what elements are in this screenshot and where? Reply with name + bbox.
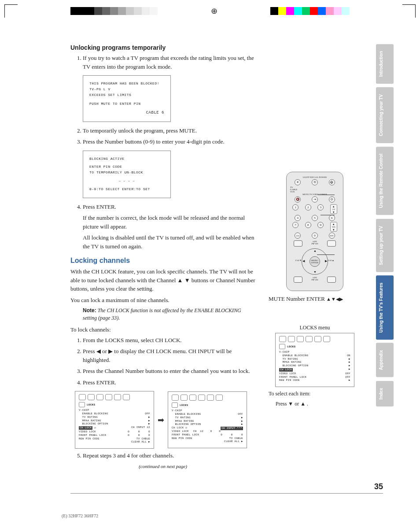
continued-text: (continued on next page): [70, 464, 255, 469]
tab-features: Using the TV's Features: [376, 276, 394, 340]
lock-step-4: Press ENTER.: [83, 378, 255, 387]
tab-introduction: Introduction: [376, 44, 394, 84]
num-8: 8: [305, 222, 311, 228]
locks-menu-before: LOCKS V-CHIP ENABLE BLOCKINGOFF TV RATIN…: [75, 391, 154, 449]
lock-step-5: Repeat steps 3 and 4 for other channels.: [83, 451, 255, 460]
num-6: 6: [329, 215, 335, 221]
locks-menu-side: LOCKS V-CHIP ENABLE BLOCKINGON TV RATING…: [275, 333, 354, 387]
tvvideo-button: ⇥: [312, 196, 318, 203]
menu-enter-button: MENU/ ENTER: [309, 256, 320, 267]
locate-button: [327, 240, 336, 247]
strobe-button: [294, 240, 302, 247]
num-1: 1: [292, 204, 298, 210]
tab-connecting: Connecting your TV: [376, 87, 394, 143]
lock-intro: With the CH LOCK feature, you can lock s…: [70, 267, 255, 293]
lock-steps-intro: To lock channels:: [70, 326, 255, 333]
num-100: 100: [295, 232, 301, 239]
lock-max: You can lock a maximum of nine channels.: [70, 296, 255, 305]
unlock-follow-2: All locking is disabled until the TV is …: [83, 233, 255, 251]
number-label: Number: [286, 295, 305, 302]
light-button: ☀: [295, 179, 301, 185]
num-5: 5: [312, 215, 318, 221]
side-tabs: Introduction Connecting your TV Using th…: [376, 44, 394, 469]
screen-pin: BLOCKING ACTIVE ENTER PIN CODE TO TEMPOR…: [83, 151, 171, 198]
two-menus-row: LOCKS V-CHIP ENABLE BLOCKINGOFF TV RATIN…: [75, 391, 255, 449]
ch-updown: ▲CH▼: [330, 204, 337, 214]
page-number: 35: [70, 482, 383, 491]
crop-marks: ⊕: [4, 4, 416, 18]
arrows-label: ▲▼◀▶: [326, 296, 343, 302]
tab-remote: Using the Remote Control: [376, 147, 394, 215]
recall-button: ⟲: [312, 179, 318, 185]
num-2: 2: [305, 204, 311, 210]
chrtn-button: RTN: [329, 232, 335, 239]
lock-heading: Locking channels: [70, 257, 255, 265]
exit-button: [327, 277, 336, 283]
tab-setting: Setting up your TV: [376, 219, 394, 272]
color-strip-left: [70, 7, 158, 15]
enter-label: ENTER: [306, 295, 325, 302]
screen-blocked: THIS PROGRAM HAS BEEN BLOCKED! TV-PG L V…: [83, 75, 171, 122]
lock-step-3: Press the Channel Number buttons to ente…: [83, 367, 255, 376]
num-9: 9: [317, 222, 324, 228]
tab-appendix: Appendix: [376, 343, 394, 377]
mute-label: MUTE: [269, 295, 285, 302]
unlock-step-2: To temporarily unlock the program, press…: [83, 126, 255, 135]
select-text: To select each item:: [269, 391, 361, 397]
registration-mark-icon: ⊕: [211, 6, 217, 16]
footer-model: (E) 32HF72 36HF72: [62, 513, 98, 518]
lock-step-1: From the LOCKS menu, select CH LOCK.: [83, 336, 255, 345]
unlock-heading: Unlocking programs temporarily: [70, 44, 255, 51]
mute-button: 🔇: [295, 196, 301, 203]
press-text: Press ▼ or ▲ .: [276, 401, 361, 407]
timer-button: ⏲: [329, 196, 335, 203]
locks-menu-after: LOCKS V-CHIP ENABLE BLOCKINGOFF TV RATIN…: [168, 391, 247, 448]
unlock-follow-1: If the number is correct, the lock mode …: [83, 214, 255, 231]
num-3: 3: [317, 204, 324, 210]
power-button: ⏻: [329, 179, 335, 185]
unlock-step-3: Press the Number buttons (0-9) to enter …: [83, 137, 255, 146]
num-4: 4: [295, 215, 301, 221]
unlock-step-4: Press ENTER.: [83, 203, 255, 211]
tab-index: Index: [376, 381, 394, 406]
color-strip-right: [270, 7, 350, 15]
picsize-button: [294, 277, 302, 283]
unlock-step-1: If you try to watch a TV program that ex…: [83, 54, 255, 71]
remote-diagram: LIGHT RECALL POWER ☀⟲⏻ TV CABLE VCR MUTE…: [269, 172, 361, 302]
lock-note: Note: The CH LOCK function is not affect…: [83, 307, 255, 322]
dpad: ▲ ▼ ◀ ▶ FAV▼ FAV▲ MENU/ ENTER: [302, 248, 328, 275]
num-7: 7: [292, 222, 298, 228]
num-0: 0: [312, 232, 318, 239]
arrow-right-icon: ➡: [158, 415, 164, 425]
lock-step-2: Press ◀ or ▶ to display the CH LOCK menu…: [83, 347, 255, 364]
locks-menu-title: LOCKS menu: [269, 324, 361, 331]
vol-updown: ▲VOL▼: [330, 222, 337, 232]
